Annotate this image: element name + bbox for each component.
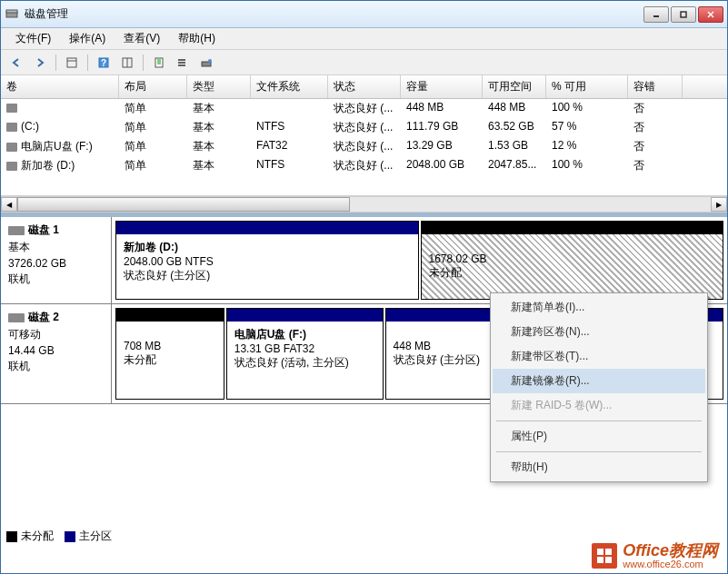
ctx-new-mirrored-volume[interactable]: 新建镜像卷(R)... — [493, 369, 705, 393]
svg-point-15 — [178, 64, 180, 66]
volume-table: 卷 布局 类型 文件系统 状态 容量 可用空间 % 可用 容错 简单 基本 状态… — [1, 75, 727, 196]
menu-file[interactable]: 文件(F) — [6, 28, 60, 49]
legend: 未分配 主分区 — [6, 529, 112, 544]
partition-unallocated[interactable]: 1678.02 GB 未分配 — [421, 221, 724, 300]
maximize-button[interactable] — [671, 6, 696, 23]
svg-rect-3 — [681, 12, 686, 17]
col-filesystem[interactable]: 文件系统 — [251, 75, 328, 98]
col-fault[interactable]: 容错 — [628, 75, 683, 98]
partition[interactable]: 新加卷 (D:) 2048.00 GB NTFS 状态良好 (主分区) — [115, 221, 419, 300]
col-capacity[interactable]: 容量 — [401, 75, 483, 98]
disk-icon — [8, 226, 25, 235]
volume-icon — [6, 143, 17, 152]
partition-header — [116, 309, 224, 322]
partition-header — [422, 222, 723, 234]
menu-view[interactable]: 查看(V) — [115, 28, 169, 49]
context-menu: 新建简单卷(I)... 新建跨区卷(N)... 新建带区卷(T)... 新建镜像… — [490, 292, 708, 482]
partition-unallocated[interactable]: 708 MB 未分配 — [115, 308, 224, 400]
svg-text:?: ? — [101, 58, 106, 68]
toolbar: ? — [1, 50, 727, 75]
svg-rect-18 — [597, 549, 603, 555]
menubar: 文件(F) 操作(A) 查看(V) 帮助(H) — [1, 28, 727, 50]
disk-info[interactable]: 磁盘 2 可移动 14.44 GB 联机 — [1, 304, 112, 403]
scroll-left-icon[interactable]: ◀ — [1, 197, 17, 212]
app-icon — [5, 7, 19, 22]
layout-button[interactable] — [117, 53, 137, 73]
volume-icon — [6, 162, 17, 171]
watermark-url: www.office26.com — [623, 559, 718, 569]
disk-panel: 磁盘 1 基本 3726.02 GB 联机 新加卷 (D:) 2048.00 G… — [1, 217, 727, 304]
ctx-separator — [496, 451, 702, 452]
titlebar: 磁盘管理 — [1, 1, 727, 28]
svg-point-17 — [208, 59, 212, 63]
volume-table-body: 简单 基本 状态良好 (... 448 MB 448 MB 100 % 否 (C… — [1, 99, 727, 195]
partition-header — [116, 222, 418, 234]
disk-partitions: 新加卷 (D:) 2048.00 GB NTFS 状态良好 (主分区) 1678… — [112, 217, 727, 303]
col-free[interactable]: 可用空间 — [483, 75, 546, 98]
legend-swatch-primary — [65, 531, 75, 542]
volume-row[interactable]: 电脑店U盘 (F:) 简单 基本 FAT32 状态良好 (... 13.29 G… — [1, 137, 727, 156]
svg-point-13 — [178, 59, 180, 61]
settings-button[interactable] — [173, 53, 193, 73]
svg-rect-1 — [6, 10, 17, 13]
svg-rect-6 — [67, 58, 76, 67]
volume-row[interactable]: (C:) 简单 基本 NTFS 状态良好 (... 111.79 GB 63.5… — [1, 118, 727, 137]
action-button[interactable] — [196, 53, 216, 73]
volume-icon — [6, 104, 17, 113]
disk-info[interactable]: 磁盘 1 基本 3726.02 GB 联机 — [1, 217, 112, 303]
watermark: Office教程网 www.office26.com — [592, 542, 718, 569]
watermark-brand: Office教程网 — [623, 542, 718, 559]
horizontal-scrollbar[interactable]: ◀ ▶ — [1, 196, 727, 213]
menu-action[interactable]: 操作(A) — [60, 28, 115, 49]
refresh-button[interactable] — [149, 53, 169, 73]
svg-rect-19 — [605, 549, 612, 555]
ctx-separator — [496, 421, 702, 421]
help-button[interactable]: ? — [94, 53, 114, 73]
ctx-properties[interactable]: 属性(P) — [493, 424, 705, 449]
ctx-new-simple-volume[interactable]: 新建简单卷(I)... — [493, 295, 705, 320]
col-layout[interactable]: 布局 — [119, 75, 187, 98]
close-button[interactable] — [698, 6, 723, 23]
window-title: 磁盘管理 — [25, 6, 643, 22]
svg-rect-21 — [605, 557, 612, 563]
minimize-button[interactable] — [643, 6, 669, 23]
volume-icon — [6, 123, 17, 132]
col-pctfree[interactable]: % 可用 — [546, 75, 628, 98]
svg-point-14 — [178, 62, 180, 64]
volume-row[interactable]: 新加卷 (D:) 简单 基本 NTFS 状态良好 (... 2048.00 GB… — [1, 156, 727, 175]
menu-help[interactable]: 帮助(H) — [169, 28, 224, 49]
ctx-new-spanned-volume[interactable]: 新建跨区卷(N)... — [493, 320, 705, 344]
ctx-new-raid5-volume: 新建 RAID-5 卷(W)... — [493, 393, 705, 418]
partition-header — [227, 309, 383, 322]
col-type[interactable]: 类型 — [187, 75, 251, 98]
scroll-right-icon[interactable]: ▶ — [711, 197, 727, 212]
ctx-help[interactable]: 帮助(H) — [493, 455, 705, 480]
volume-row[interactable]: 简单 基本 状态良好 (... 448 MB 448 MB 100 % 否 — [1, 99, 727, 118]
svg-rect-20 — [597, 557, 603, 563]
ctx-new-striped-volume[interactable]: 新建带区卷(T)... — [493, 344, 705, 369]
volume-table-header: 卷 布局 类型 文件系统 状态 容量 可用空间 % 可用 容错 — [1, 75, 727, 99]
col-status[interactable]: 状态 — [328, 75, 401, 98]
disk-icon — [8, 313, 25, 322]
col-volume[interactable]: 卷 — [1, 75, 119, 98]
partition[interactable]: 电脑店U盘 (F:) 13.31 GB FAT32 状态良好 (活动, 主分区) — [226, 308, 384, 400]
legend-swatch-unallocated — [6, 531, 17, 542]
forward-button[interactable] — [30, 53, 50, 73]
back-button[interactable] — [6, 53, 26, 73]
view-button[interactable] — [62, 53, 82, 73]
scroll-thumb[interactable] — [17, 197, 350, 212]
watermark-logo-icon — [592, 543, 617, 569]
disk-management-window: 磁盘管理 文件(F) 操作(A) 查看(V) 帮助(H) ? 卷 布局 类型 文 — [0, 0, 728, 574]
